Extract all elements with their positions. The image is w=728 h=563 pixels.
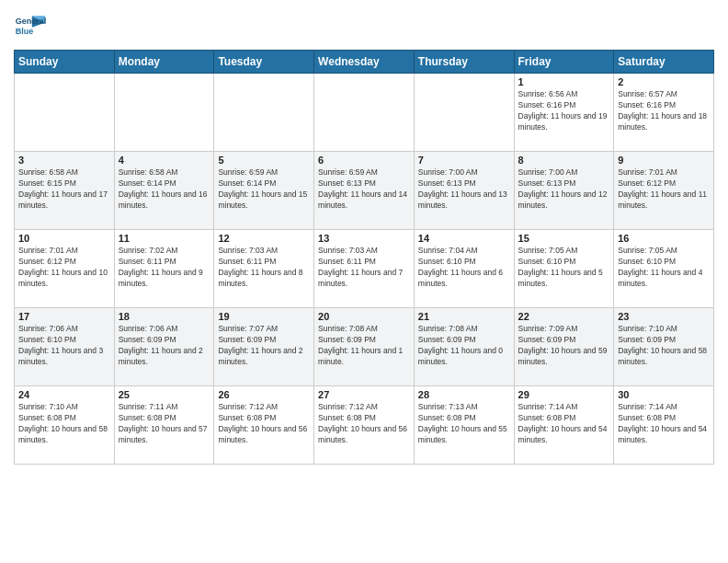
day-info-12: Sunrise: 7:03 AMSunset: 6:11 PMDaylight:… <box>218 246 310 290</box>
day-cell-22: 22Sunrise: 7:09 AMSunset: 6:09 PMDayligh… <box>514 308 614 386</box>
day-cell-8: 8Sunrise: 7:00 AMSunset: 6:13 PMDaylight… <box>514 152 614 230</box>
day-number-10: 10 <box>18 233 110 244</box>
day-number-1: 1 <box>518 76 610 87</box>
week-row-3: 10Sunrise: 7:01 AMSunset: 6:12 PMDayligh… <box>15 230 714 308</box>
svg-text:Blue: Blue <box>16 27 34 36</box>
day-number-25: 25 <box>119 389 210 400</box>
day-number-14: 14 <box>418 233 510 244</box>
day-number-3: 3 <box>18 155 110 166</box>
day-cell-5: 5Sunrise: 6:59 AMSunset: 6:14 PMDaylight… <box>214 152 314 230</box>
day-info-9: Sunrise: 7:01 AMSunset: 6:12 PMDaylight:… <box>618 167 710 212</box>
day-number-21: 21 <box>418 311 510 322</box>
day-number-30: 30 <box>618 389 710 400</box>
calendar: SundayMondayTuesdayWednesdayThursdayFrid… <box>14 50 714 465</box>
weekday-header-saturday: Saturday <box>614 51 714 74</box>
weekday-header-sunday: Sunday <box>15 51 115 74</box>
empty-cell <box>114 74 214 152</box>
day-number-22: 22 <box>518 311 610 322</box>
day-info-7: Sunrise: 7:00 AMSunset: 6:13 PMDaylight:… <box>418 167 510 212</box>
weekday-header-thursday: Thursday <box>414 51 514 74</box>
day-info-28: Sunrise: 7:13 AMSunset: 6:08 PMDaylight:… <box>418 402 510 446</box>
day-info-30: Sunrise: 7:14 AMSunset: 6:08 PMDaylight:… <box>618 402 710 446</box>
empty-cell <box>414 74 514 152</box>
day-number-19: 19 <box>218 311 310 322</box>
day-number-17: 17 <box>18 311 110 322</box>
day-cell-4: 4Sunrise: 6:58 AMSunset: 6:14 PMDaylight… <box>114 152 214 230</box>
day-number-8: 8 <box>518 155 610 166</box>
day-cell-15: 15Sunrise: 7:05 AMSunset: 6:10 PMDayligh… <box>514 230 614 308</box>
day-info-6: Sunrise: 6:59 AMSunset: 6:13 PMDaylight:… <box>318 167 410 212</box>
day-info-27: Sunrise: 7:12 AMSunset: 6:08 PMDaylight:… <box>318 402 410 446</box>
week-row-5: 24Sunrise: 7:10 AMSunset: 6:08 PMDayligh… <box>15 386 714 465</box>
day-number-16: 16 <box>618 233 710 244</box>
day-cell-29: 29Sunrise: 7:14 AMSunset: 6:08 PMDayligh… <box>514 386 614 465</box>
day-number-11: 11 <box>119 233 210 244</box>
svg-text:General: General <box>16 17 47 26</box>
day-cell-21: 21Sunrise: 7:08 AMSunset: 6:09 PMDayligh… <box>414 308 514 386</box>
day-number-20: 20 <box>318 311 410 322</box>
day-cell-16: 16Sunrise: 7:05 AMSunset: 6:10 PMDayligh… <box>614 230 714 308</box>
weekday-header-tuesday: Tuesday <box>214 51 314 74</box>
day-info-17: Sunrise: 7:06 AMSunset: 6:10 PMDaylight:… <box>18 324 110 368</box>
day-number-28: 28 <box>418 389 510 400</box>
day-cell-24: 24Sunrise: 7:10 AMSunset: 6:08 PMDayligh… <box>15 386 115 465</box>
day-cell-20: 20Sunrise: 7:08 AMSunset: 6:09 PMDayligh… <box>314 308 415 386</box>
day-cell-14: 14Sunrise: 7:04 AMSunset: 6:10 PMDayligh… <box>414 230 514 308</box>
week-row-1: 1Sunrise: 6:56 AMSunset: 6:16 PMDaylight… <box>15 74 714 152</box>
day-number-12: 12 <box>218 233 310 244</box>
empty-cell <box>214 74 314 152</box>
day-info-10: Sunrise: 7:01 AMSunset: 6:12 PMDaylight:… <box>18 246 110 290</box>
day-cell-3: 3Sunrise: 6:58 AMSunset: 6:15 PMDaylight… <box>15 152 115 230</box>
day-info-16: Sunrise: 7:05 AMSunset: 6:10 PMDaylight:… <box>618 246 710 290</box>
day-info-2: Sunrise: 6:57 AMSunset: 6:16 PMDaylight:… <box>618 89 710 133</box>
day-cell-19: 19Sunrise: 7:07 AMSunset: 6:09 PMDayligh… <box>214 308 314 386</box>
day-number-9: 9 <box>618 155 710 166</box>
weekday-header-wednesday: Wednesday <box>314 51 415 74</box>
day-number-13: 13 <box>318 233 410 244</box>
day-info-15: Sunrise: 7:05 AMSunset: 6:10 PMDaylight:… <box>518 246 610 290</box>
day-number-6: 6 <box>318 155 410 166</box>
day-info-5: Sunrise: 6:59 AMSunset: 6:14 PMDaylight:… <box>218 167 310 212</box>
day-cell-9: 9Sunrise: 7:01 AMSunset: 6:12 PMDaylight… <box>614 152 714 230</box>
day-info-21: Sunrise: 7:08 AMSunset: 6:09 PMDaylight:… <box>418 324 510 368</box>
day-number-26: 26 <box>218 389 310 400</box>
day-number-29: 29 <box>518 389 610 400</box>
logo-icon: General Blue <box>14 9 47 42</box>
weekday-header-monday: Monday <box>114 51 214 74</box>
day-number-2: 2 <box>618 76 710 87</box>
day-info-25: Sunrise: 7:11 AMSunset: 6:08 PMDaylight:… <box>119 402 210 446</box>
week-row-2: 3Sunrise: 6:58 AMSunset: 6:15 PMDaylight… <box>15 152 714 230</box>
day-info-11: Sunrise: 7:02 AMSunset: 6:11 PMDaylight:… <box>119 246 210 290</box>
day-cell-2: 2Sunrise: 6:57 AMSunset: 6:16 PMDaylight… <box>614 74 714 152</box>
day-info-13: Sunrise: 7:03 AMSunset: 6:11 PMDaylight:… <box>318 246 410 290</box>
day-info-19: Sunrise: 7:07 AMSunset: 6:09 PMDaylight:… <box>218 324 310 368</box>
day-info-4: Sunrise: 6:58 AMSunset: 6:14 PMDaylight:… <box>119 167 210 212</box>
day-cell-11: 11Sunrise: 7:02 AMSunset: 6:11 PMDayligh… <box>114 230 214 308</box>
day-number-18: 18 <box>119 311 210 322</box>
empty-cell <box>314 74 415 152</box>
day-number-23: 23 <box>618 311 710 322</box>
day-cell-7: 7Sunrise: 7:00 AMSunset: 6:13 PMDaylight… <box>414 152 514 230</box>
day-cell-13: 13Sunrise: 7:03 AMSunset: 6:11 PMDayligh… <box>314 230 415 308</box>
day-info-18: Sunrise: 7:06 AMSunset: 6:09 PMDaylight:… <box>119 324 210 368</box>
weekday-header-friday: Friday <box>514 51 614 74</box>
day-cell-18: 18Sunrise: 7:06 AMSunset: 6:09 PMDayligh… <box>114 308 214 386</box>
day-cell-17: 17Sunrise: 7:06 AMSunset: 6:10 PMDayligh… <box>15 308 115 386</box>
day-cell-25: 25Sunrise: 7:11 AMSunset: 6:08 PMDayligh… <box>114 386 214 465</box>
day-number-4: 4 <box>119 155 210 166</box>
day-info-14: Sunrise: 7:04 AMSunset: 6:10 PMDaylight:… <box>418 246 510 290</box>
empty-cell <box>15 74 115 152</box>
day-info-24: Sunrise: 7:10 AMSunset: 6:08 PMDaylight:… <box>18 402 110 446</box>
day-cell-6: 6Sunrise: 6:59 AMSunset: 6:13 PMDaylight… <box>314 152 415 230</box>
page: General Blue SundayMondayTuesdayWednesda… <box>0 0 728 563</box>
day-cell-28: 28Sunrise: 7:13 AMSunset: 6:08 PMDayligh… <box>414 386 514 465</box>
header: General Blue <box>14 9 714 42</box>
weekday-header-row: SundayMondayTuesdayWednesdayThursdayFrid… <box>15 51 714 74</box>
day-number-15: 15 <box>518 233 610 244</box>
day-info-23: Sunrise: 7:10 AMSunset: 6:09 PMDaylight:… <box>618 324 710 368</box>
day-cell-12: 12Sunrise: 7:03 AMSunset: 6:11 PMDayligh… <box>214 230 314 308</box>
day-cell-30: 30Sunrise: 7:14 AMSunset: 6:08 PMDayligh… <box>614 386 714 465</box>
day-cell-23: 23Sunrise: 7:10 AMSunset: 6:09 PMDayligh… <box>614 308 714 386</box>
day-number-24: 24 <box>18 389 110 400</box>
day-info-26: Sunrise: 7:12 AMSunset: 6:08 PMDaylight:… <box>218 402 310 446</box>
